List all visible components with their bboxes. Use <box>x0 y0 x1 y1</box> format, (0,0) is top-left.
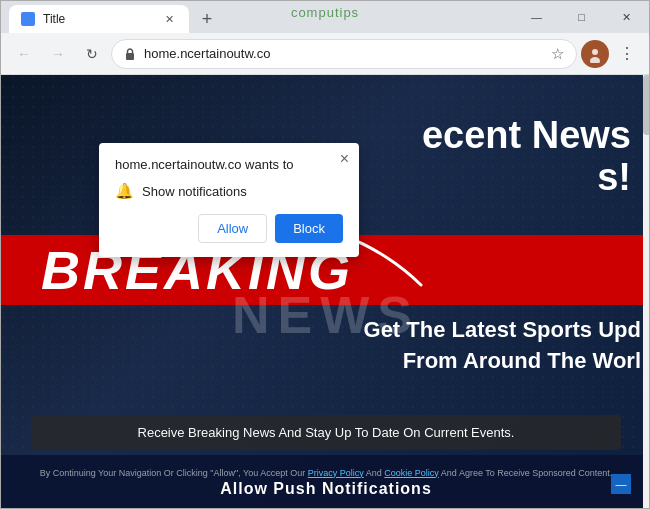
url-text: home.ncertainoutw.co <box>144 46 543 61</box>
scrollbar[interactable] <box>643 75 650 509</box>
tab-title: Title <box>43 12 153 26</box>
show-notifications-text: Show notifications <box>142 184 247 199</box>
tab-area: Title ✕ + <box>9 1 221 33</box>
footer-rest: And Agree To Receive Sponsored Content. <box>441 468 612 478</box>
svg-rect-1 <box>126 53 134 60</box>
bookmark-icon[interactable]: ☆ <box>551 45 564 63</box>
bottom-news-ticker: Receive Breaking News And Stay Up To Dat… <box>31 415 621 450</box>
footer-text-1: By Continuing Your Navigation Or Clickin… <box>40 468 306 478</box>
dialog-site-text: home.ncertainoutw.co wants to <box>115 157 343 172</box>
sports-update-text: Get The Latest Sports Upd From Around Th… <box>364 315 641 377</box>
close-window-button[interactable]: ✕ <box>604 1 649 33</box>
footer-and: And <box>366 468 382 478</box>
privacy-policy-link[interactable]: Privacy Policy <box>308 468 364 478</box>
tab-close-button[interactable]: ✕ <box>161 11 177 27</box>
block-button[interactable]: Block <box>275 214 343 243</box>
allow-button[interactable]: Allow <box>198 214 267 243</box>
ticker-text: Receive Breaking News And Stay Up To Dat… <box>138 425 515 440</box>
notification-row: 🔔 Show notifications <box>115 182 343 200</box>
active-tab[interactable]: Title ✕ <box>9 5 189 33</box>
page-content: ecent News s! BREAKING NEWS Get The Late… <box>1 75 650 509</box>
window-controls: — □ ✕ <box>514 1 649 33</box>
address-bar[interactable]: home.ncertainoutw.co ☆ <box>111 39 577 69</box>
maximize-button[interactable]: □ <box>559 1 604 33</box>
refresh-button[interactable]: ↻ <box>77 39 107 69</box>
cookie-policy-link[interactable]: Cookie Policy <box>384 468 439 478</box>
computips-label: computips <box>291 5 359 20</box>
browser-toolbar: ← → ↻ home.ncertainoutw.co ☆ ⋮ <box>1 33 649 75</box>
footer-bar: By Continuing Your Navigation Or Clickin… <box>1 455 650 509</box>
back-button[interactable]: ← <box>9 39 39 69</box>
new-tab-button[interactable]: + <box>193 5 221 33</box>
footer-disclaimer: By Continuing Your Navigation Or Clickin… <box>40 468 613 478</box>
forward-button[interactable]: → <box>43 39 73 69</box>
bell-icon: 🔔 <box>115 182 134 200</box>
footer-icon: — <box>611 474 631 494</box>
minimize-button[interactable]: — <box>514 1 559 33</box>
title-bar: Title ✕ + computips — □ ✕ <box>1 1 649 33</box>
recent-news-heading: ecent News s! <box>422 115 631 199</box>
allow-push-label: Allow Push Notifications <box>220 480 432 498</box>
menu-button[interactable]: ⋮ <box>613 40 641 68</box>
tab-favicon <box>21 12 35 26</box>
svg-point-0 <box>23 14 33 24</box>
scroll-thumb[interactable] <box>643 75 650 135</box>
dialog-close-button[interactable]: × <box>340 151 349 167</box>
svg-point-3 <box>592 49 598 55</box>
dialog-buttons: Allow Block <box>115 214 343 243</box>
profile-button[interactable] <box>581 40 609 68</box>
notification-dialog: × home.ncertainoutw.co wants to 🔔 Show n… <box>99 143 359 257</box>
lock-icon <box>124 47 136 61</box>
